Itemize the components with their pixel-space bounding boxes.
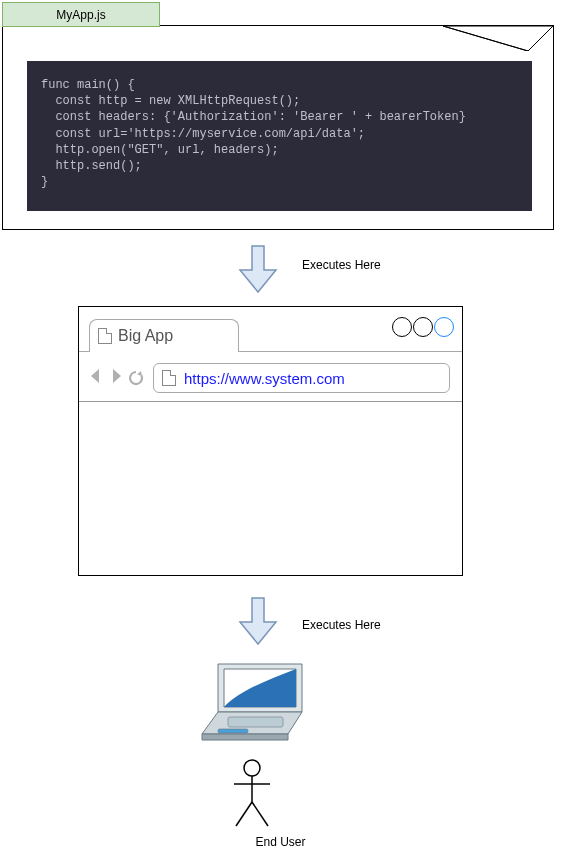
- person-icon: [228, 758, 276, 830]
- arrow-down-icon: [238, 244, 278, 294]
- back-icon[interactable]: [87, 367, 105, 389]
- reload-icon[interactable]: [127, 369, 145, 387]
- svg-marker-5: [202, 734, 288, 740]
- file-tab: MyApp.js: [2, 2, 160, 27]
- browser-tab-title: Big App: [118, 327, 173, 345]
- nav-row: https://www.system.com: [87, 363, 450, 393]
- svg-rect-7: [218, 729, 248, 733]
- window-control-min-icon[interactable]: [392, 317, 412, 337]
- svg-rect-6: [228, 717, 283, 727]
- address-bar[interactable]: https://www.system.com: [153, 363, 450, 393]
- svg-line-11: [236, 802, 252, 826]
- end-user-label: End User: [0, 835, 561, 849]
- laptop-icon: [188, 660, 316, 746]
- browser-tab[interactable]: Big App: [89, 319, 239, 351]
- address-bar-url: https://www.system.com: [184, 370, 345, 387]
- svg-line-12: [252, 802, 268, 826]
- page-icon: [162, 370, 176, 386]
- browser-window: Big App https://www.system.com: [78, 306, 463, 576]
- code-file-panel: func main() { const http = new XMLHttpRe…: [2, 25, 554, 230]
- page-icon: [98, 328, 112, 344]
- arrow-1-label: Executes Here: [302, 258, 381, 272]
- file-tab-label: MyApp.js: [56, 8, 105, 22]
- window-control-close-icon[interactable]: [434, 317, 454, 337]
- svg-marker-0: [443, 26, 553, 51]
- browser-chrome: Big App https://www.system.com: [79, 307, 462, 402]
- arrow-down-icon: [238, 596, 278, 646]
- page-curl-icon: [443, 26, 553, 51]
- forward-icon[interactable]: [107, 367, 125, 389]
- arrow-2-label: Executes Here: [302, 618, 381, 632]
- window-control-max-icon[interactable]: [413, 317, 433, 337]
- window-controls: [392, 317, 454, 337]
- svg-point-8: [244, 760, 260, 776]
- code-block: func main() { const http = new XMLHttpRe…: [27, 61, 532, 211]
